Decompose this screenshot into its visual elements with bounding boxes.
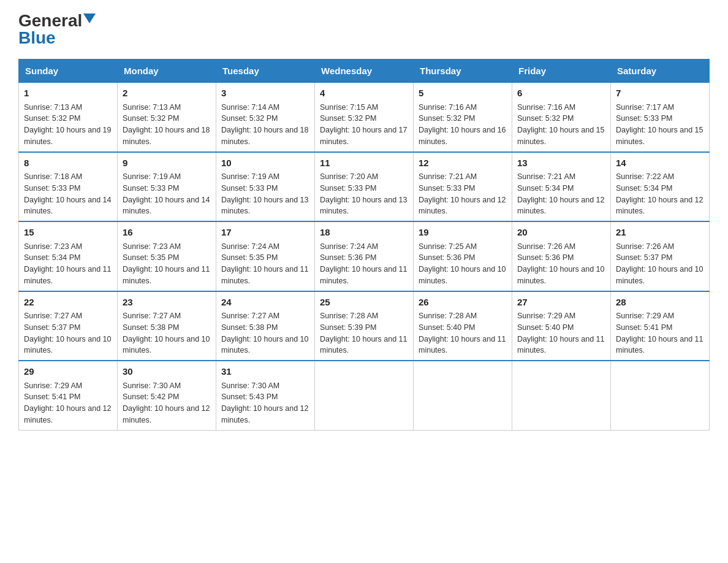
day-info: Sunrise: 7:26 AMSunset: 5:37 PMDaylight:…	[616, 242, 703, 285]
day-info: Sunrise: 7:24 AMSunset: 5:35 PMDaylight:…	[221, 242, 308, 285]
day-header-tuesday: Tuesday	[216, 59, 315, 83]
day-info: Sunrise: 7:29 AMSunset: 5:40 PMDaylight:…	[517, 312, 604, 354]
calendar-day-cell: 3Sunrise: 7:14 AMSunset: 5:32 PMDaylight…	[216, 83, 315, 152]
calendar-day-cell: 26Sunrise: 7:28 AMSunset: 5:40 PMDayligh…	[414, 291, 512, 361]
day-info: Sunrise: 7:15 AMSunset: 5:32 PMDaylight:…	[320, 103, 407, 146]
day-info: Sunrise: 7:19 AMSunset: 5:33 PMDaylight:…	[221, 172, 308, 215]
calendar-day-cell: 14Sunrise: 7:22 AMSunset: 5:34 PMDayligh…	[611, 152, 710, 222]
day-info: Sunrise: 7:19 AMSunset: 5:33 PMDaylight:…	[123, 172, 210, 215]
calendar-day-cell: 23Sunrise: 7:27 AMSunset: 5:38 PMDayligh…	[118, 291, 216, 361]
calendar-day-cell: 11Sunrise: 7:20 AMSunset: 5:33 PMDayligh…	[315, 152, 414, 222]
day-info: Sunrise: 7:28 AMSunset: 5:39 PMDaylight:…	[320, 312, 407, 354]
day-number: 5	[419, 86, 507, 101]
calendar-day-cell: 13Sunrise: 7:21 AMSunset: 5:34 PMDayligh…	[512, 152, 611, 222]
calendar-day-cell: 30Sunrise: 7:30 AMSunset: 5:42 PMDayligh…	[118, 361, 216, 430]
day-info: Sunrise: 7:27 AMSunset: 5:38 PMDaylight:…	[123, 312, 210, 354]
day-info: Sunrise: 7:13 AMSunset: 5:32 PMDaylight:…	[123, 103, 210, 146]
day-number: 11	[320, 156, 408, 170]
day-info: Sunrise: 7:16 AMSunset: 5:32 PMDaylight:…	[419, 103, 506, 146]
day-number: 10	[221, 156, 309, 170]
calendar-day-cell: 28Sunrise: 7:29 AMSunset: 5:41 PMDayligh…	[611, 291, 710, 361]
calendar-day-cell: 10Sunrise: 7:19 AMSunset: 5:33 PMDayligh…	[216, 152, 315, 222]
calendar-day-cell: 9Sunrise: 7:19 AMSunset: 5:33 PMDaylight…	[118, 152, 216, 222]
calendar-day-cell: 18Sunrise: 7:24 AMSunset: 5:36 PMDayligh…	[315, 221, 414, 291]
calendar-day-cell: 12Sunrise: 7:21 AMSunset: 5:33 PMDayligh…	[414, 152, 512, 222]
day-number: 12	[419, 156, 507, 170]
calendar-day-cell: 20Sunrise: 7:26 AMSunset: 5:36 PMDayligh…	[512, 221, 611, 291]
calendar-week-row: 1Sunrise: 7:13 AMSunset: 5:32 PMDaylight…	[19, 83, 710, 152]
day-info: Sunrise: 7:28 AMSunset: 5:40 PMDaylight:…	[419, 312, 506, 354]
day-info: Sunrise: 7:26 AMSunset: 5:36 PMDaylight:…	[517, 242, 604, 285]
calendar-week-row: 22Sunrise: 7:27 AMSunset: 5:37 PMDayligh…	[19, 291, 710, 361]
day-number: 17	[221, 226, 309, 240]
day-info: Sunrise: 7:20 AMSunset: 5:33 PMDaylight:…	[320, 172, 407, 215]
calendar-day-cell: 27Sunrise: 7:29 AMSunset: 5:40 PMDayligh…	[512, 291, 611, 361]
calendar-day-cell: 7Sunrise: 7:17 AMSunset: 5:33 PMDaylight…	[611, 83, 710, 152]
day-header-friday: Friday	[512, 59, 611, 83]
day-info: Sunrise: 7:27 AMSunset: 5:37 PMDaylight:…	[24, 312, 111, 354]
day-number: 3	[221, 86, 309, 101]
calendar-table: SundayMondayTuesdayWednesdayThursdayFrid…	[18, 59, 710, 431]
calendar-day-cell: 4Sunrise: 7:15 AMSunset: 5:32 PMDaylight…	[315, 83, 414, 152]
day-number: 29	[24, 365, 112, 379]
day-info: Sunrise: 7:23 AMSunset: 5:34 PMDaylight:…	[24, 242, 111, 285]
day-info: Sunrise: 7:30 AMSunset: 5:42 PMDaylight:…	[123, 381, 210, 424]
calendar-day-cell: 17Sunrise: 7:24 AMSunset: 5:35 PMDayligh…	[216, 221, 315, 291]
calendar-day-cell: 5Sunrise: 7:16 AMSunset: 5:32 PMDaylight…	[414, 83, 512, 152]
day-number: 7	[616, 86, 704, 101]
calendar-day-cell: 31Sunrise: 7:30 AMSunset: 5:43 PMDayligh…	[216, 361, 315, 430]
day-info: Sunrise: 7:22 AMSunset: 5:34 PMDaylight:…	[616, 172, 703, 215]
day-header-wednesday: Wednesday	[315, 59, 414, 83]
day-number: 20	[517, 226, 605, 240]
logo-general-text: General	[18, 12, 82, 29]
calendar-week-row: 15Sunrise: 7:23 AMSunset: 5:34 PMDayligh…	[19, 221, 710, 291]
day-info: Sunrise: 7:25 AMSunset: 5:36 PMDaylight:…	[419, 242, 506, 285]
day-info: Sunrise: 7:14 AMSunset: 5:32 PMDaylight:…	[221, 103, 308, 146]
day-info: Sunrise: 7:24 AMSunset: 5:36 PMDaylight:…	[320, 242, 407, 285]
calendar-week-row: 29Sunrise: 7:29 AMSunset: 5:41 PMDayligh…	[19, 361, 710, 430]
day-header-monday: Monday	[118, 59, 216, 83]
day-number: 27	[517, 296, 605, 310]
calendar-day-cell: 2Sunrise: 7:13 AMSunset: 5:32 PMDaylight…	[118, 83, 216, 152]
day-info: Sunrise: 7:29 AMSunset: 5:41 PMDaylight:…	[24, 381, 111, 424]
day-number: 24	[221, 296, 309, 310]
day-info: Sunrise: 7:29 AMSunset: 5:41 PMDaylight:…	[616, 312, 703, 354]
day-number: 30	[123, 365, 211, 379]
day-number: 22	[24, 296, 112, 310]
day-number: 13	[517, 156, 605, 170]
calendar-day-cell	[611, 361, 710, 430]
day-header-sunday: Sunday	[19, 59, 118, 83]
day-number: 19	[419, 226, 507, 240]
day-number: 28	[616, 296, 704, 310]
day-number: 16	[123, 226, 211, 240]
calendar-day-cell	[414, 361, 512, 430]
day-info: Sunrise: 7:27 AMSunset: 5:38 PMDaylight:…	[221, 312, 308, 354]
logo-blue-text: Blue	[18, 29, 56, 47]
calendar-day-cell: 1Sunrise: 7:13 AMSunset: 5:32 PMDaylight…	[19, 83, 118, 152]
calendar-day-cell	[512, 361, 611, 430]
day-number: 25	[320, 296, 408, 310]
day-number: 21	[616, 226, 704, 240]
day-info: Sunrise: 7:17 AMSunset: 5:33 PMDaylight:…	[616, 103, 703, 146]
calendar-day-cell: 25Sunrise: 7:28 AMSunset: 5:39 PMDayligh…	[315, 291, 414, 361]
day-number: 6	[517, 86, 605, 101]
day-info: Sunrise: 7:18 AMSunset: 5:33 PMDaylight:…	[24, 172, 111, 215]
day-number: 23	[123, 296, 211, 310]
calendar-day-cell	[315, 361, 414, 430]
day-info: Sunrise: 7:16 AMSunset: 5:32 PMDaylight:…	[517, 103, 604, 146]
calendar-day-cell: 19Sunrise: 7:25 AMSunset: 5:36 PMDayligh…	[414, 221, 512, 291]
day-info: Sunrise: 7:23 AMSunset: 5:35 PMDaylight:…	[123, 242, 210, 285]
day-number: 8	[24, 156, 112, 170]
day-number: 15	[24, 226, 112, 240]
calendar-day-cell: 6Sunrise: 7:16 AMSunset: 5:32 PMDaylight…	[512, 83, 611, 152]
day-header-thursday: Thursday	[414, 59, 512, 83]
day-number: 4	[320, 86, 408, 101]
logo: General Blue	[18, 12, 96, 47]
day-number: 31	[221, 365, 309, 379]
day-number: 2	[123, 86, 211, 101]
day-number: 1	[24, 86, 112, 101]
logo-triangle-icon	[83, 13, 96, 23]
calendar-day-cell: 29Sunrise: 7:29 AMSunset: 5:41 PMDayligh…	[19, 361, 118, 430]
calendar-day-cell: 21Sunrise: 7:26 AMSunset: 5:37 PMDayligh…	[611, 221, 710, 291]
day-info: Sunrise: 7:13 AMSunset: 5:32 PMDaylight:…	[24, 103, 111, 146]
